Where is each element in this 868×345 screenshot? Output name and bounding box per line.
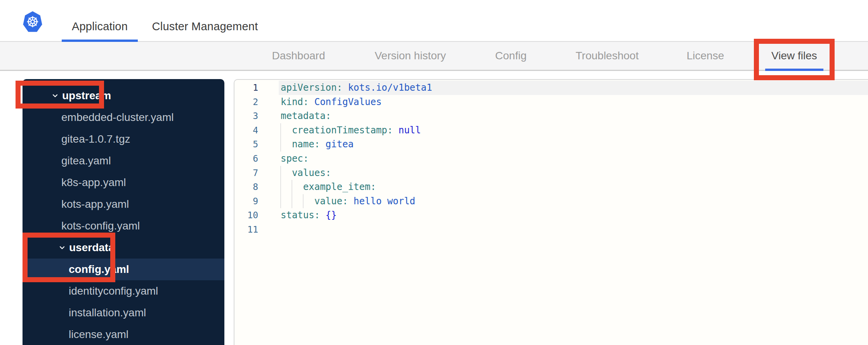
subnav-tab-troubleshoot[interactable]: Troubleshoot — [576, 42, 639, 70]
token-sp — [348, 196, 353, 207]
token-val: hello world — [354, 196, 415, 207]
file-tree: upstreamembedded-cluster.yamlgitea-1.0.7… — [23, 85, 224, 345]
active-tab-underline — [765, 69, 823, 71]
token-sp — [281, 196, 314, 207]
token-key: creationTimestamp: — [292, 125, 393, 136]
file-label: k8s-app.yaml — [61, 176, 126, 189]
code-line-1: apiVersion: kots.io/v1beta1 — [281, 81, 868, 95]
file-label: installation.yaml — [69, 307, 146, 319]
code-line-11: ​ — [281, 223, 868, 237]
tree-item-identityconfig-yaml[interactable]: identityconfig.yaml — [23, 280, 224, 302]
token-key: example_item: — [303, 181, 376, 192]
token-sp — [320, 139, 325, 150]
code-line-2: kind: ConfigValues — [281, 95, 868, 109]
line-number[interactable]: 11 — [234, 223, 258, 237]
app-subnav: DashboardVersion historyConfigTroublesho… — [0, 42, 868, 71]
file-label: identityconfig.yaml — [69, 285, 158, 297]
tree-item-license-yaml[interactable]: license.yaml — [23, 324, 224, 345]
token-key: name: — [292, 139, 320, 150]
subnav-tab-label: View files — [771, 50, 817, 62]
app-header: ApplicationCluster Management — [0, 0, 868, 42]
editor-content[interactable]: apiVersion: kots.io/v1beta1kind: ConfigV… — [281, 81, 868, 237]
tree-item-installation-yaml[interactable]: installation.yaml — [23, 302, 224, 324]
token-key: values: — [292, 167, 331, 178]
file-label: license.yaml — [69, 328, 128, 341]
line-number[interactable]: 9 — [234, 194, 258, 209]
subnav-tab-label: Dashboard — [272, 50, 325, 62]
token-sp — [281, 167, 292, 178]
file-label: kots-config.yaml — [61, 220, 140, 232]
header-tab-cluster-management[interactable]: Cluster Management — [142, 11, 268, 42]
subnav-tab-dashboard[interactable]: Dashboard — [272, 42, 325, 70]
token-key: spec: — [281, 153, 309, 164]
code-line-7: values: — [281, 166, 868, 180]
yaml-editor[interactable]: 1234567891011 apiVersion: kots.io/v1beta… — [234, 79, 868, 345]
token-sp — [393, 125, 398, 136]
line-number[interactable]: 10 — [234, 208, 258, 223]
token-val: kots.io/v1beta1 — [348, 82, 432, 93]
file-label: gitea.yaml — [61, 155, 111, 167]
token-sp — [320, 210, 325, 221]
token-key: metadata: — [281, 110, 331, 121]
subnav-tab-label: License — [687, 50, 724, 62]
token-sp — [281, 125, 292, 136]
helm-wheel-icon — [26, 15, 40, 29]
subnav-tab-version-history[interactable]: Version history — [375, 42, 446, 70]
file-label: embedded-cluster.yaml — [61, 111, 174, 124]
subnav-tab-license[interactable]: License — [687, 42, 724, 70]
line-number[interactable]: 8 — [234, 180, 258, 194]
subnav-tab-label: Version history — [375, 50, 446, 62]
token-key: status: — [281, 210, 320, 221]
file-tree-sidebar: upstreamembedded-cluster.yamlgitea-1.0.7… — [23, 79, 224, 345]
line-number[interactable]: 1 — [234, 81, 258, 95]
line-number[interactable]: 2 — [234, 95, 258, 109]
folder-label: userdata — [69, 242, 115, 254]
code-line-9: value: hello world — [281, 194, 868, 209]
tree-item-gitea-1-0-7-tgz[interactable]: gitea-1.0.7.tgz — [23, 128, 224, 150]
token-sp — [309, 97, 314, 107]
token-val: ConfigValues — [314, 97, 382, 107]
code-line-4: creationTimestamp: null — [281, 123, 868, 138]
chevron-down-icon[interactable] — [58, 243, 66, 252]
file-label: kots-app.yaml — [61, 198, 129, 210]
file-label: gitea-1.0.7.tgz — [61, 133, 130, 145]
token-val: gitea — [326, 139, 354, 150]
folder-label: upstream — [62, 90, 111, 102]
subnav-tab-label: Config — [495, 50, 527, 62]
tree-item-upstream[interactable]: upstream — [23, 85, 224, 107]
chevron-down-icon[interactable] — [51, 91, 59, 100]
tree-item-gitea-yaml[interactable]: gitea.yaml — [23, 150, 224, 172]
line-number[interactable]: 6 — [234, 152, 258, 166]
token-sp — [342, 82, 348, 93]
line-number[interactable]: 7 — [234, 166, 258, 180]
tree-item-embedded-cluster-yaml[interactable]: embedded-cluster.yaml — [23, 107, 224, 128]
header-tab-application[interactable]: Application — [62, 11, 138, 42]
line-number[interactable]: 5 — [234, 137, 258, 152]
subnav-tab-label: Troubleshoot — [576, 50, 639, 62]
subnav-tab-view-files[interactable]: View files — [771, 42, 817, 70]
code-line-8: example_item: — [281, 180, 868, 194]
token-const: {} — [326, 210, 337, 221]
token-sp — [281, 139, 292, 150]
token-key: apiVersion: — [281, 82, 342, 93]
kots-admin-console: ApplicationCluster Management DashboardV… — [0, 0, 868, 345]
line-number[interactable]: 4 — [234, 123, 258, 138]
line-number[interactable]: 3 — [234, 109, 258, 123]
kubernetes-logo-icon — [23, 11, 42, 33]
token-const: null — [398, 125, 421, 136]
header-tab-label: Application — [72, 20, 128, 33]
subnav-tab-config[interactable]: Config — [495, 42, 527, 70]
tree-item-kots-app-yaml[interactable]: kots-app.yaml — [23, 193, 224, 215]
code-line-5: name: gitea — [281, 137, 868, 152]
token-key: kind: — [281, 97, 309, 107]
editor-gutter[interactable]: 1234567891011 — [234, 81, 258, 237]
tree-item-config-yaml[interactable]: config.yaml — [23, 259, 224, 280]
code-line-6: spec: — [281, 152, 868, 166]
code-line-10: status: {} — [281, 208, 868, 223]
tree-item-userdata[interactable]: userdata — [23, 237, 224, 259]
tree-item-kots-config-yaml[interactable]: kots-config.yaml — [23, 215, 224, 237]
tree-item-k8s-app-yaml[interactable]: k8s-app.yaml — [23, 172, 224, 193]
header-tab-label: Cluster Management — [152, 20, 258, 33]
code-line-3: metadata: — [281, 109, 868, 123]
token-sp — [281, 181, 303, 192]
